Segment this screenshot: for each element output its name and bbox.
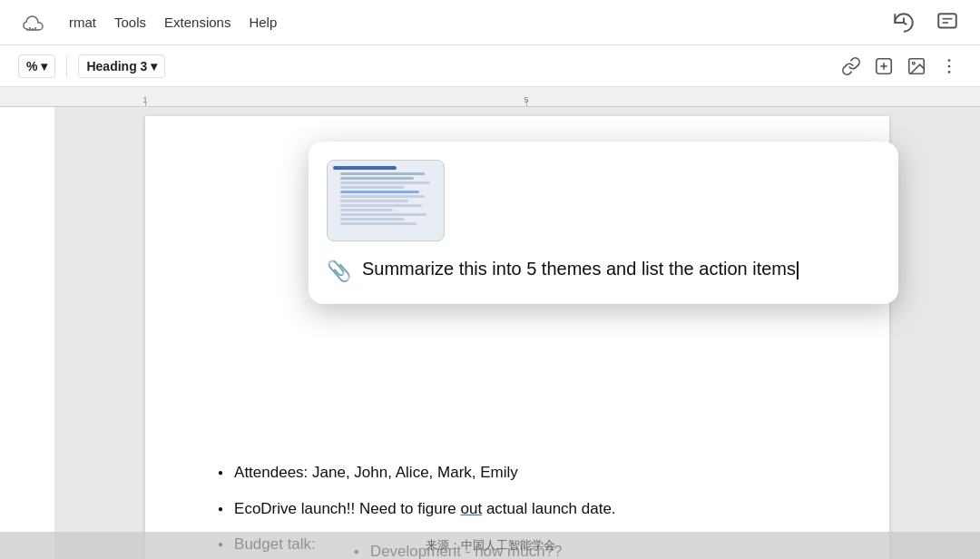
comment-icon[interactable]	[933, 8, 962, 37]
toolbar-divider	[66, 55, 67, 77]
more-icon[interactable]	[936, 54, 962, 79]
watermark-text: 来源：中国人工智能学会	[426, 537, 555, 554]
menu-items: rmat Tools Extensions Help	[69, 15, 277, 30]
svg-point-13	[948, 59, 951, 62]
heading-label: Heading 3	[86, 59, 147, 74]
chevron-down-icon: ▾	[41, 59, 47, 74]
menu-left: rmat Tools Extensions Help	[18, 8, 277, 37]
top-menu-bar: rmat Tools Extensions Help	[0, 0, 980, 45]
svg-point-14	[948, 64, 951, 67]
list-item: EcoDrive launch!! Need to figure out act…	[218, 497, 817, 521]
menu-format[interactable]: rmat	[69, 15, 96, 30]
list-item: Attendees: Jane, John, Alice, Mark, Emil…	[218, 461, 817, 485]
menu-extensions[interactable]: Extensions	[164, 15, 230, 30]
history-icon[interactable]	[889, 8, 918, 37]
menu-right	[889, 8, 962, 37]
underline-text: out	[461, 500, 483, 517]
svg-rect-5	[938, 14, 956, 27]
heading-style-selector[interactable]: Heading 3 ▾	[78, 54, 165, 78]
toolbar: % ▾ Heading 3 ▾	[0, 45, 980, 87]
ai-popup[interactable]: 📎 Summarize this into 5 themes and list …	[309, 142, 898, 304]
ruler-bar: 1 5	[0, 87, 980, 107]
popup-query: 📎 Summarize this into 5 themes and list …	[327, 256, 880, 286]
heading-selector[interactable]: % ▾	[18, 54, 55, 78]
popup-query-text: Summarize this into 5 themes and list th…	[362, 256, 799, 281]
left-margin	[0, 87, 54, 559]
svg-point-15	[948, 71, 951, 74]
doc-scroll-area[interactable]: 📎 Summarize this into 5 themes and list …	[54, 87, 980, 559]
paperclip-icon: 📎	[327, 258, 351, 286]
image-icon[interactable]	[904, 54, 929, 79]
list-item-text: EcoDrive launch!! Need to figure out act…	[234, 497, 616, 521]
bottom-bar: 来源：中国人工智能学会	[0, 532, 980, 559]
menu-help[interactable]: Help	[249, 15, 277, 30]
menu-tools[interactable]: Tools	[114, 15, 146, 30]
text-cursor	[797, 261, 799, 280]
document-page: 📎 Summarize this into 5 themes and list …	[145, 116, 889, 559]
popup-thumbnail	[327, 160, 445, 241]
list-item-text: Attendees: Jane, John, Alice, Mark, Emil…	[234, 461, 518, 485]
add-icon[interactable]	[871, 54, 897, 79]
svg-point-12	[912, 62, 915, 64]
svg-line-4	[904, 23, 906, 25]
link-icon[interactable]	[838, 54, 864, 79]
content-area: 1 5	[0, 87, 980, 559]
toolbar-icons	[838, 54, 962, 79]
heading-chevron-icon: ▾	[151, 59, 157, 74]
cloud-icon	[18, 8, 47, 37]
percent-label: %	[26, 59, 37, 74]
